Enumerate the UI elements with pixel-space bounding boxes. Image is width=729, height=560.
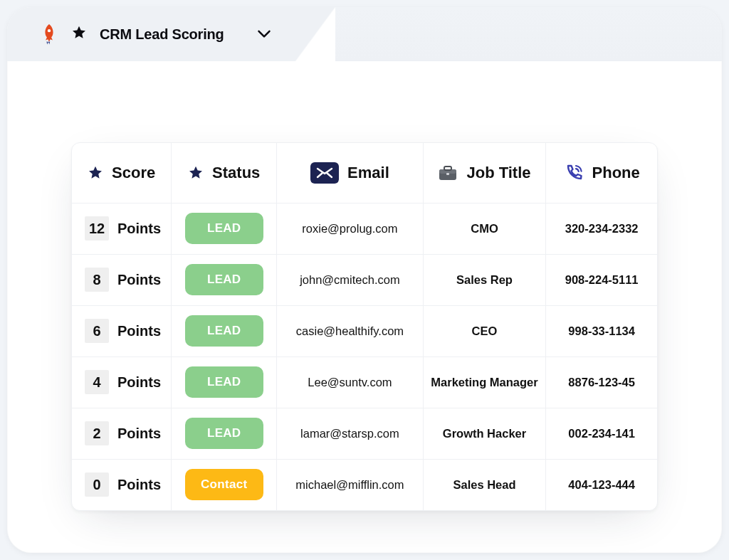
col-header-score[interactable]: Score — [72, 143, 172, 203]
email-value: michael@mifflin.com — [295, 478, 404, 491]
status-badge[interactable]: Contact — [185, 469, 263, 500]
status-badge[interactable]: LEAD — [185, 418, 263, 449]
job-title-value: CMO — [471, 222, 498, 235]
score-value: 8 — [85, 268, 109, 292]
briefcase-icon — [438, 164, 458, 181]
tabstrip: CRM Lead Scoring — [7, 7, 722, 61]
col-header-label: Status — [212, 164, 260, 182]
phone-value: 8876-123-45 — [568, 376, 635, 389]
svg-rect-4 — [446, 173, 449, 175]
col-header-label: Job Title — [466, 164, 530, 182]
app-window: CRM Lead Scoring Score — [7, 7, 722, 553]
svg-rect-3 — [444, 167, 451, 170]
col-header-label: Email — [347, 164, 389, 182]
table-row[interactable]: 6PointsLEADcasie@healthify.comCEO998-33-… — [72, 305, 657, 356]
score-unit: Points — [117, 323, 161, 339]
col-header-label: Score — [112, 164, 155, 182]
col-header-phone[interactable]: Phone — [546, 143, 657, 203]
phone-icon — [564, 163, 584, 183]
star-icon — [71, 25, 87, 43]
job-title-value: Sales Head — [453, 478, 515, 491]
score-value: 6 — [85, 319, 109, 343]
status-badge[interactable]: LEAD — [185, 366, 263, 398]
email-value: john@cmitech.com — [300, 273, 400, 286]
col-header-status[interactable]: Status — [172, 143, 277, 203]
email-icon — [310, 162, 339, 184]
leads-table: Score Status — [72, 143, 657, 510]
phone-value: 908-224-5111 — [565, 273, 639, 286]
job-title-value: CEO — [472, 324, 498, 337]
star-icon — [88, 165, 103, 181]
score-value: 0 — [85, 472, 109, 497]
col-header-label: Phone — [592, 164, 640, 182]
phone-value: 002-234-141 — [568, 427, 635, 440]
chevron-down-icon[interactable] — [257, 29, 271, 39]
score-unit: Points — [117, 426, 161, 442]
score-unit: Points — [117, 477, 161, 493]
table-row[interactable]: 0PointsContactmichael@mifflin.comSales H… — [72, 459, 657, 510]
col-header-job[interactable]: Job Title — [423, 143, 546, 203]
email-value: casie@healthify.com — [296, 324, 404, 337]
phone-value: 404-123-444 — [568, 478, 635, 491]
tab-title: CRM Lead Scoring — [100, 26, 224, 43]
leads-table-card: Score Status — [71, 142, 658, 511]
status-badge[interactable]: LEAD — [185, 315, 263, 347]
active-tab[interactable]: CRM Lead Scoring — [7, 7, 295, 61]
score-unit: Points — [117, 272, 161, 288]
score-value: 12 — [85, 216, 109, 241]
score-unit: Points — [117, 374, 161, 391]
table-row[interactable]: 12PointsLEADroxie@prolug.comCMO320-234-2… — [72, 203, 657, 254]
star-icon — [188, 165, 204, 181]
table-row[interactable]: 2PointsLEADlamar@starsp.comGrowth Hacker… — [72, 408, 657, 459]
phone-value: 320-234-2332 — [565, 222, 639, 235]
score-value: 2 — [85, 421, 109, 445]
table-row[interactable]: 4PointsLEADLee@suntv.comMarketing Manage… — [72, 356, 657, 408]
job-title-value: Marketing Manager — [431, 376, 537, 389]
score-value: 4 — [85, 370, 109, 394]
email-value: roxie@prolug.com — [302, 222, 397, 235]
phone-value: 998-33-1134 — [568, 324, 635, 337]
status-badge[interactable]: LEAD — [185, 213, 263, 244]
svg-point-0 — [48, 29, 51, 32]
email-value: Lee@suntv.com — [308, 376, 392, 389]
job-title-value: Sales Rep — [456, 273, 513, 286]
col-header-email[interactable]: Email — [277, 143, 424, 203]
status-badge[interactable]: LEAD — [185, 264, 263, 295]
email-value: lamar@starsp.com — [300, 427, 399, 440]
rocket-icon — [40, 23, 58, 45]
table-row[interactable]: 8PointsLEADjohn@cmitech.comSales Rep908-… — [72, 254, 657, 305]
table-header-row: Score Status — [72, 143, 657, 203]
score-unit: Points — [117, 221, 161, 237]
job-title-value: Growth Hacker — [443, 427, 526, 440]
